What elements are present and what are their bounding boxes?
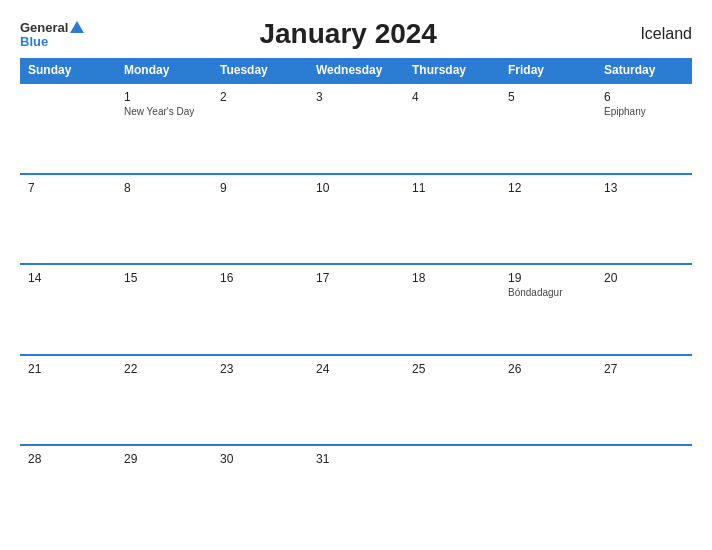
day-number: 2	[220, 90, 300, 104]
calendar-cell	[404, 445, 500, 536]
calendar-cell: 26	[500, 355, 596, 446]
day-number: 23	[220, 362, 300, 376]
calendar-cell: 23	[212, 355, 308, 446]
day-number: 21	[28, 362, 108, 376]
calendar-cell: 24	[308, 355, 404, 446]
calendar-week-row: 1New Year's Day23456Epiphany	[20, 83, 692, 174]
weekday-header: Tuesday	[212, 58, 308, 83]
calendar-page: General Blue January 2024 Iceland Sunday…	[0, 0, 712, 550]
calendar-cell: 12	[500, 174, 596, 265]
day-number: 25	[412, 362, 492, 376]
calendar-cell: 9	[212, 174, 308, 265]
calendar-cell: 31	[308, 445, 404, 536]
calendar-week-row: 28293031	[20, 445, 692, 536]
day-number: 17	[316, 271, 396, 285]
calendar-title: January 2024	[84, 18, 612, 50]
calendar-cell: 16	[212, 264, 308, 355]
calendar-cell: 15	[116, 264, 212, 355]
calendar-cell: 14	[20, 264, 116, 355]
calendar-cell: 8	[116, 174, 212, 265]
day-number: 6	[604, 90, 684, 104]
calendar-cell: 28	[20, 445, 116, 536]
calendar-week-row: 141516171819Bóndadagur20	[20, 264, 692, 355]
logo-triangle-icon	[70, 21, 84, 33]
day-number: 16	[220, 271, 300, 285]
calendar-cell: 21	[20, 355, 116, 446]
calendar-cell	[500, 445, 596, 536]
day-number: 12	[508, 181, 588, 195]
day-number: 15	[124, 271, 204, 285]
calendar-cell: 17	[308, 264, 404, 355]
calendar-cell: 18	[404, 264, 500, 355]
day-number: 11	[412, 181, 492, 195]
calendar-body: 1New Year's Day23456Epiphany789101112131…	[20, 83, 692, 536]
calendar-table: SundayMondayTuesdayWednesdayThursdayFrid…	[20, 58, 692, 536]
weekday-header: Monday	[116, 58, 212, 83]
country-label: Iceland	[612, 25, 692, 43]
day-number: 22	[124, 362, 204, 376]
calendar-week-row: 78910111213	[20, 174, 692, 265]
logo-blue-text: Blue	[20, 35, 48, 48]
calendar-cell	[20, 83, 116, 174]
day-number: 26	[508, 362, 588, 376]
calendar-cell: 3	[308, 83, 404, 174]
day-number: 24	[316, 362, 396, 376]
calendar-cell: 19Bóndadagur	[500, 264, 596, 355]
day-number: 1	[124, 90, 204, 104]
weekday-header: Friday	[500, 58, 596, 83]
day-number: 28	[28, 452, 108, 466]
calendar-header: General Blue January 2024 Iceland	[20, 18, 692, 50]
day-number: 10	[316, 181, 396, 195]
day-number: 7	[28, 181, 108, 195]
calendar-cell: 7	[20, 174, 116, 265]
logo-general-text: General	[20, 21, 68, 34]
calendar-cell: 10	[308, 174, 404, 265]
calendar-cell: 11	[404, 174, 500, 265]
weekday-header: Thursday	[404, 58, 500, 83]
calendar-cell: 20	[596, 264, 692, 355]
weekday-header: Saturday	[596, 58, 692, 83]
day-number: 20	[604, 271, 684, 285]
day-number: 8	[124, 181, 204, 195]
holiday-name: Epiphany	[604, 106, 684, 117]
day-number: 14	[28, 271, 108, 285]
calendar-cell: 27	[596, 355, 692, 446]
calendar-cell: 25	[404, 355, 500, 446]
day-number: 27	[604, 362, 684, 376]
day-number: 9	[220, 181, 300, 195]
calendar-cell	[596, 445, 692, 536]
calendar-cell: 30	[212, 445, 308, 536]
calendar-cell: 29	[116, 445, 212, 536]
day-number: 19	[508, 271, 588, 285]
calendar-cell: 1New Year's Day	[116, 83, 212, 174]
day-number: 3	[316, 90, 396, 104]
holiday-name: New Year's Day	[124, 106, 204, 117]
calendar-header-row: SundayMondayTuesdayWednesdayThursdayFrid…	[20, 58, 692, 83]
day-number: 29	[124, 452, 204, 466]
day-number: 31	[316, 452, 396, 466]
calendar-week-row: 21222324252627	[20, 355, 692, 446]
day-number: 5	[508, 90, 588, 104]
calendar-cell: 13	[596, 174, 692, 265]
day-number: 18	[412, 271, 492, 285]
holiday-name: Bóndadagur	[508, 287, 588, 298]
weekday-header: Sunday	[20, 58, 116, 83]
calendar-cell: 6Epiphany	[596, 83, 692, 174]
calendar-cell: 4	[404, 83, 500, 174]
day-number: 4	[412, 90, 492, 104]
weekday-header: Wednesday	[308, 58, 404, 83]
day-number: 13	[604, 181, 684, 195]
logo: General Blue	[20, 21, 84, 48]
day-number: 30	[220, 452, 300, 466]
calendar-cell: 2	[212, 83, 308, 174]
calendar-cell: 22	[116, 355, 212, 446]
calendar-cell: 5	[500, 83, 596, 174]
